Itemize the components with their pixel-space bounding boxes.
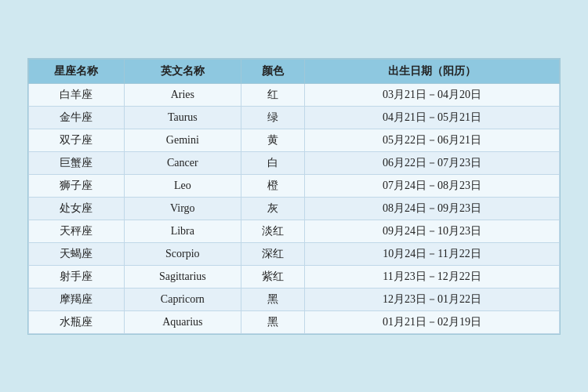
header-date-range: 出生日期（阳历） bbox=[305, 59, 560, 83]
cell-date-range: 05月22日－06月21日 bbox=[305, 129, 560, 151]
cell-date-range: 03月21日－04月20日 bbox=[305, 83, 560, 106]
header-color: 颜色 bbox=[241, 59, 304, 83]
table-row: 巨蟹座Cancer白06月22日－07月23日 bbox=[29, 151, 560, 174]
cell-date-range: 10月24日－11月22日 bbox=[305, 242, 560, 265]
cell-cn-name: 天蝎座 bbox=[29, 242, 125, 265]
cell-en-name: Scorpio bbox=[124, 242, 241, 265]
header-cn-name: 星座名称 bbox=[29, 59, 125, 83]
cell-cn-name: 处女座 bbox=[29, 197, 125, 220]
zodiac-table-container: 星座名称 英文名称 颜色 出生日期（阳历） 白羊座Aries红03月21日－04… bbox=[27, 58, 561, 335]
table-body: 白羊座Aries红03月21日－04月20日金牛座Taurus绿04月21日－0… bbox=[29, 83, 560, 333]
cell-color: 白 bbox=[241, 151, 304, 174]
table-row: 天秤座Libra淡红09月24日－10月23日 bbox=[29, 220, 560, 242]
cell-en-name: Cancer bbox=[124, 151, 241, 174]
cell-en-name: Taurus bbox=[124, 106, 241, 129]
table-row: 狮子座Leo橙07月24日－08月23日 bbox=[29, 174, 560, 197]
header-en-name: 英文名称 bbox=[124, 59, 241, 83]
cell-date-range: 11月23日－12月22日 bbox=[305, 265, 560, 288]
table-row: 射手座Sagittarius紫红11月23日－12月22日 bbox=[29, 265, 560, 288]
cell-cn-name: 天秤座 bbox=[29, 220, 125, 242]
cell-cn-name: 摩羯座 bbox=[29, 288, 125, 310]
cell-color: 黑 bbox=[241, 310, 304, 333]
zodiac-table: 星座名称 英文名称 颜色 出生日期（阳历） 白羊座Aries红03月21日－04… bbox=[28, 59, 560, 334]
cell-en-name: Sagittarius bbox=[124, 265, 241, 288]
cell-color: 黑 bbox=[241, 288, 304, 310]
cell-date-range: 08月24日－09月23日 bbox=[305, 197, 560, 220]
cell-cn-name: 白羊座 bbox=[29, 83, 125, 106]
cell-cn-name: 金牛座 bbox=[29, 106, 125, 129]
cell-en-name: Leo bbox=[124, 174, 241, 197]
cell-en-name: Libra bbox=[124, 220, 241, 242]
cell-cn-name: 狮子座 bbox=[29, 174, 125, 197]
table-row: 处女座Virgo灰08月24日－09月23日 bbox=[29, 197, 560, 220]
cell-cn-name: 射手座 bbox=[29, 265, 125, 288]
cell-color: 淡红 bbox=[241, 220, 304, 242]
cell-color: 灰 bbox=[241, 197, 304, 220]
table-row: 摩羯座Capricorn黑12月23日－01月22日 bbox=[29, 288, 560, 310]
cell-en-name: Aries bbox=[124, 83, 241, 106]
cell-color: 深红 bbox=[241, 242, 304, 265]
cell-en-name: Gemini bbox=[124, 129, 241, 151]
cell-date-range: 07月24日－08月23日 bbox=[305, 174, 560, 197]
cell-color: 绿 bbox=[241, 106, 304, 129]
cell-en-name: Aquarius bbox=[124, 310, 241, 333]
table-row: 金牛座Taurus绿04月21日－05月21日 bbox=[29, 106, 560, 129]
cell-color: 橙 bbox=[241, 174, 304, 197]
cell-en-name: Virgo bbox=[124, 197, 241, 220]
cell-date-range: 12月23日－01月22日 bbox=[305, 288, 560, 310]
cell-cn-name: 水瓶座 bbox=[29, 310, 125, 333]
cell-date-range: 09月24日－10月23日 bbox=[305, 220, 560, 242]
table-header-row: 星座名称 英文名称 颜色 出生日期（阳历） bbox=[29, 59, 560, 83]
cell-cn-name: 双子座 bbox=[29, 129, 125, 151]
cell-cn-name: 巨蟹座 bbox=[29, 151, 125, 174]
table-row: 水瓶座Aquarius黑01月21日－02月19日 bbox=[29, 310, 560, 333]
cell-en-name: Capricorn bbox=[124, 288, 241, 310]
cell-color: 黄 bbox=[241, 129, 304, 151]
table-row: 白羊座Aries红03月21日－04月20日 bbox=[29, 83, 560, 106]
table-row: 天蝎座Scorpio深红10月24日－11月22日 bbox=[29, 242, 560, 265]
table-row: 双子座Gemini黄05月22日－06月21日 bbox=[29, 129, 560, 151]
cell-date-range: 01月21日－02月19日 bbox=[305, 310, 560, 333]
cell-color: 紫红 bbox=[241, 265, 304, 288]
cell-date-range: 06月22日－07月23日 bbox=[305, 151, 560, 174]
cell-color: 红 bbox=[241, 83, 304, 106]
cell-date-range: 04月21日－05月21日 bbox=[305, 106, 560, 129]
